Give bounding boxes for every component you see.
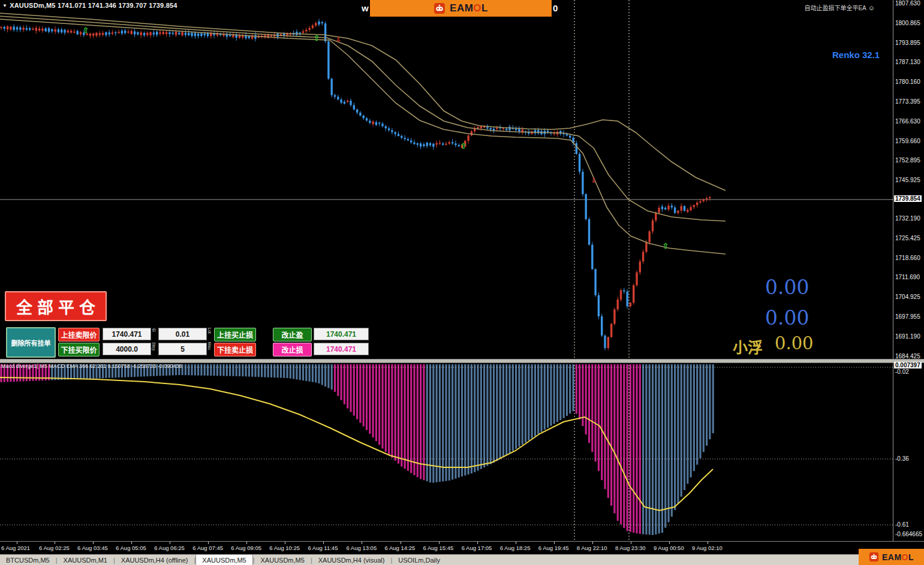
time-label: 6 Aug 05:05 — [116, 545, 146, 551]
float-pl-value: 0.00 — [775, 333, 814, 353]
time-tick — [208, 542, 209, 544]
price-scale-label: 1711.690 — [895, 274, 920, 280]
indicator-scale-label: -0.664665 — [895, 531, 922, 537]
sell-stop-below-button[interactable]: 下挂卖止损 — [214, 343, 256, 356]
pane-splitter[interactable] — [0, 359, 924, 363]
stat-value-1: 0.00 — [765, 276, 809, 299]
time-axis: 6 Aug 20216 Aug 02:256 Aug 03:456 Aug 05… — [0, 541, 924, 555]
price-scale-label: 1773.395 — [895, 98, 920, 105]
buy-arrow-icon: ⇧ — [663, 241, 669, 250]
tp-input[interactable] — [314, 328, 369, 340]
chevron-down-icon[interactable]: ▼ — [2, 3, 7, 8]
price-scale-label: 1759.660 — [895, 138, 920, 144]
eamol-banner: EAMOL — [370, 0, 552, 17]
price-scale-label: 1780.160 — [895, 78, 920, 85]
time-label: 9 Aug 00:50 — [654, 545, 684, 551]
time-tick — [708, 542, 708, 544]
buy-limit-below-button[interactable]: 下挂买限价 — [58, 343, 100, 356]
eamol-wordmark: EAMOL — [882, 552, 914, 562]
price-scale-label: 1752.895 — [895, 157, 920, 164]
modify-tp-button[interactable]: 改止盈 — [273, 328, 312, 342]
delete-pending-orders-button[interactable]: 删除所有挂单 — [6, 327, 56, 358]
price-scale-label: 1691.190 — [895, 333, 920, 340]
time-label: 6 Aug 14:25 — [385, 545, 416, 551]
time-tick — [631, 542, 631, 544]
tab-xauusdm-m5[interactable]: XAUUSDm,M5 — [195, 555, 252, 565]
price-scale-label: 1807.630 — [895, 0, 920, 7]
indicator-value-badge: 0.007397 — [894, 362, 922, 368]
current-price-badge: 1739.854 — [894, 195, 922, 202]
step-input[interactable] — [103, 343, 151, 355]
time-label: 6 Aug 2021 — [1, 545, 30, 551]
tab-xauusdm-m1[interactable]: XAUUSDm,M1 — [58, 555, 113, 565]
time-tick — [362, 542, 362, 544]
time-label: 6 Aug 02:25 — [39, 545, 70, 551]
time-label: 6 Aug 11:45 — [308, 545, 338, 551]
time-label: 6 Aug 10:25 — [269, 545, 300, 551]
hidden-text-fragment-right: 0 — [553, 3, 558, 13]
eamol-badge: EAMOL — [859, 549, 924, 565]
sell-mark-icon: ⇩ — [335, 36, 341, 43]
chart-tabbar: BTCUSDm,M5|XAUUSDm,M1|XAUUSDm,H4 (offlin… — [0, 554, 924, 565]
tab-xauusdm-m5[interactable]: XAUUSDm,M5 — [255, 555, 311, 565]
time-tick — [516, 542, 516, 544]
main-price-chart[interactable]: ⇧⇧⇧⇧⇩⇩ — [0, 0, 893, 359]
indicator-scale-label: -0.61 — [895, 521, 909, 528]
eamol-robot-icon — [434, 2, 446, 14]
sl-input[interactable] — [314, 343, 369, 355]
indicator-scale-label: -0.02 — [895, 368, 909, 375]
buy-stop-above-button[interactable]: 上挂买止损 — [214, 328, 256, 342]
buy-arrow-icon: ⇧ — [83, 26, 89, 35]
step-unit-label: Step — [152, 342, 156, 351]
hidden-text-fragment-left: w — [362, 3, 369, 13]
price-scale-label: 1745.925 — [895, 177, 920, 183]
buy-arrow-icon: ⇧ — [314, 34, 320, 43]
symbol-info: ▼XAUUSDm,M5 1741.071 1741.346 1739.707 1… — [2, 2, 177, 9]
modify-sl-button[interactable]: 改止损 — [273, 343, 312, 356]
sell-mark-icon: ⇩ — [591, 177, 596, 184]
indicator-scale-label: -0.36 — [895, 455, 909, 462]
lot-input[interactable] — [158, 328, 207, 340]
time-label: 8 Aug 23:30 — [615, 545, 646, 551]
price-scale-label: 1718.660 — [895, 255, 920, 261]
time-tick — [170, 542, 170, 544]
tab-btcusdm-m5[interactable]: BTCUSDm,M5 — [0, 555, 56, 565]
time-label: 6 Aug 07:45 — [192, 545, 223, 551]
time-tick — [285, 542, 285, 544]
price-scale-label: 1732.190 — [895, 215, 920, 222]
time-tick — [246, 542, 247, 544]
smiley-icon: ☺ — [868, 4, 875, 11]
max-unit-label: Max — [207, 342, 212, 350]
buy-arrow-icon: ⇧ — [461, 141, 467, 150]
time-label: 6 Aug 03:45 — [77, 545, 108, 551]
time-label: 6 Aug 13:05 — [346, 545, 377, 551]
time-tick — [592, 542, 593, 544]
time-tick — [554, 542, 555, 544]
ea-title: 自动止盈损下单全平EA☺ — [804, 3, 875, 12]
price-scale-label: 1697.955 — [895, 313, 920, 320]
time-tick — [323, 542, 324, 544]
tab-xauusdm-h4-offline-[interactable]: XAUUSDm,H4 (offline) — [115, 555, 194, 565]
time-tick — [17, 542, 17, 544]
price-input[interactable] — [103, 328, 151, 340]
price-scale-label: 1684.425 — [895, 353, 920, 359]
close-all-button[interactable]: 全部平仓 — [5, 291, 107, 321]
time-tick — [477, 542, 478, 544]
price-scale: 1807.6301800.8651793.8951787.1301780.160… — [893, 0, 924, 541]
price-scale-label: 1793.895 — [895, 40, 920, 46]
tab-usoilm-daily[interactable]: USOILm,Daily — [392, 555, 446, 565]
price-unit-label: 价 — [152, 328, 156, 332]
max-input[interactable] — [158, 343, 207, 355]
time-label: 6 Aug 06:25 — [154, 545, 185, 551]
time-label: 6 Aug 15:45 — [423, 545, 454, 551]
tab-xauusdm-h4-visual-[interactable]: XAUUSDm,H4 (visual) — [312, 555, 391, 565]
time-label: 6 Aug 19:45 — [538, 545, 569, 551]
time-tick — [439, 542, 440, 544]
price-scale-label: 1800.865 — [895, 20, 920, 26]
time-tick — [93, 542, 94, 544]
sell-limit-above-button[interactable]: 上挂卖限价 — [58, 328, 100, 342]
stat-value-2: 0.00 — [765, 306, 809, 330]
lot-unit-label: Lot — [207, 328, 212, 334]
eamol-robot-icon — [869, 552, 879, 562]
macd-indicator-chart[interactable] — [0, 362, 893, 541]
